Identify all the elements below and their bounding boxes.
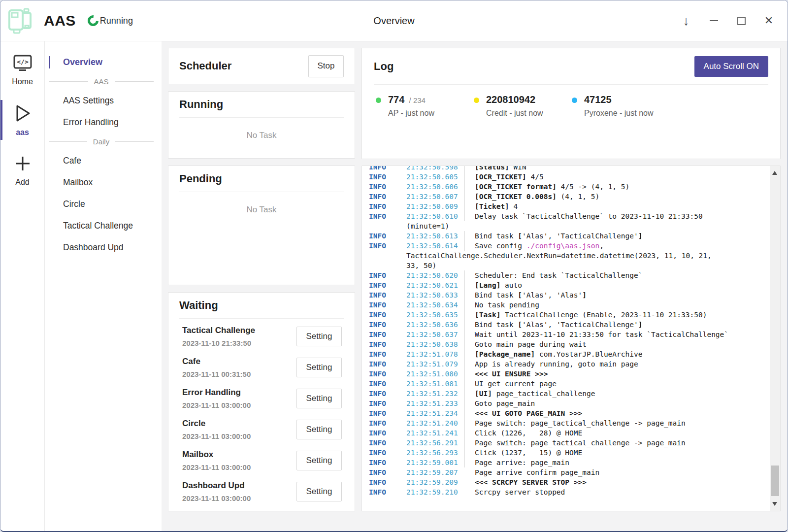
running-status-label: Running <box>100 16 133 26</box>
scheduler-title: Scheduler <box>179 60 231 72</box>
waiting-task-name: Cafe <box>182 357 251 366</box>
log-message: <<< SCRCPY SERVER STOP >>> <box>464 477 765 487</box>
log-level: INFO <box>369 280 406 290</box>
log-message: Page switch: page_tactical_challenge -> … <box>464 418 765 428</box>
stat-value: 220810942 <box>486 94 535 105</box>
scroll-down-icon[interactable] <box>772 502 777 506</box>
rail-item-label: aas <box>16 128 29 137</box>
log-line: INFO21:32:51.232[UI] page_tactical_chall… <box>369 389 765 399</box>
stat-credit: 220810942Credit - just now <box>474 94 572 118</box>
nav-item-circle[interactable]: Circle <box>45 194 162 214</box>
waiting-task-info: Mailbox2023-11-11 03:00:00 <box>182 450 251 471</box>
rail-item-add[interactable]: Add <box>0 151 44 190</box>
nav-section-divider-daily: Daily <box>49 137 154 146</box>
setting-button-error-handling[interactable]: Setting <box>296 389 342 408</box>
waiting-title: Waiting <box>179 299 344 312</box>
log-message: Delay task `TacticalChallenge` to 2023-1… <box>464 211 765 221</box>
nav-section-label: Daily <box>87 137 115 146</box>
rail-item-label: Add <box>15 178 29 187</box>
nav-item-mailbox[interactable]: Mailbox <box>45 172 162 193</box>
resource-stats: 774 / 234AP - just now220810942Credit - … <box>374 85 768 118</box>
nav-item-tactical-challenge[interactable]: Tactical Challenge <box>45 216 162 236</box>
log-level: INFO <box>369 330 406 339</box>
setting-button-mailbox[interactable]: Setting <box>296 451 342 470</box>
nav-item-dashboard-upd[interactable]: Dashboard Upd <box>45 237 162 258</box>
rail-item-home[interactable]: </>Home <box>0 51 44 89</box>
log-message: TacticalChallenge.Scheduler.NextRun=date… <box>406 251 765 261</box>
log-level: INFO <box>369 467 406 477</box>
log-line: INFO21:32:51.078[Package_name] com.Yosta… <box>369 349 765 359</box>
waiting-card: Waiting Tactical Challenge2023-11-10 21:… <box>168 292 355 511</box>
log-message: [UI] page_tactical_challenge <box>464 389 765 399</box>
log-level: INFO <box>369 359 406 369</box>
download-arrow-button[interactable]: ↓ <box>672 10 700 32</box>
setting-button-cafe[interactable]: Setting <box>296 358 342 377</box>
rail-item-aas[interactable]: aas <box>0 100 44 140</box>
log-timestamp: 21:32:51.079 <box>406 359 464 369</box>
divider-line <box>115 81 154 82</box>
nav-item-cafe[interactable]: Cafe <box>45 151 162 171</box>
maximize-button[interactable] <box>727 10 755 32</box>
minimize-button[interactable] <box>700 10 727 32</box>
stop-button[interactable]: Stop <box>308 55 344 77</box>
icon-rail: </>HomeaasAdd <box>0 41 45 531</box>
log-level: INFO <box>369 418 406 428</box>
divider-line <box>49 81 88 82</box>
log-level: INFO <box>369 448 406 458</box>
log-timestamp: 21:32:50.637 <box>406 330 464 339</box>
nav-item-overview[interactable]: Overview <box>45 52 162 72</box>
nav-item-error-handling[interactable]: Error Handling <box>45 112 162 133</box>
waiting-task-name: Dashboard Upd <box>182 481 251 491</box>
setting-button-circle[interactable]: Setting <box>296 420 342 439</box>
log-timestamp: 21:32:51.081 <box>406 379 464 389</box>
log-message: <<< UI ENSURE >>> <box>464 369 765 379</box>
log-line: INFO21:32:50.635[Task] TacticalChallenge… <box>369 310 765 320</box>
page-title: Overview <box>373 15 414 27</box>
scroll-up-icon[interactable] <box>772 171 777 175</box>
log-level: INFO <box>369 379 406 389</box>
log-message: [Package_name] com.YostarJP.BlueArchive <box>464 349 765 359</box>
log-timestamp: 21:32:59.207 <box>406 467 464 477</box>
stat-label: Pyroxene - just now <box>584 109 654 118</box>
log-output-panel[interactable]: INFO21:32:50.598[Status] WININFO21:32:50… <box>361 166 781 511</box>
setting-button-tactical-challenge[interactable]: Setting <box>296 327 342 346</box>
stat-text: 774 / 234AP - just now <box>388 94 434 118</box>
log-level: INFO <box>369 211 406 221</box>
log-timestamp: 21:32:51.080 <box>406 369 464 379</box>
window-controls: ↓ ✕ <box>672 10 783 32</box>
log-line: INFO21:32:59.209<<< SCRCPY SERVER STOP >… <box>369 477 765 487</box>
waiting-task-info: Circle2023-11-11 03:00:00 <box>182 419 251 440</box>
log-level: INFO <box>369 438 406 448</box>
log-line: INFO21:32:59.210Scrcpy server stopped <box>369 487 765 497</box>
stat-suffix: / 234 <box>407 96 426 104</box>
scroll-thumb[interactable] <box>771 466 779 496</box>
log-level: INFO <box>369 182 406 192</box>
log-line: INFO21:32:50.633Bind task ['Alas', 'Alas… <box>369 290 765 300</box>
log-message: Scrcpy server stopped <box>464 487 765 497</box>
scrollbar[interactable] <box>770 166 780 511</box>
log-message: [OCR_TICKET] 4/5 <box>464 172 765 182</box>
log-timestamp: 21:32:51.233 <box>406 399 464 408</box>
log-message: App is already running, goto main page <box>464 359 765 369</box>
log-message: Click (1237, 15) @ HOME <box>464 448 765 458</box>
log-title: Log <box>374 60 394 73</box>
waiting-row-mailbox: Mailbox2023-11-11 03:00:00Setting <box>179 445 344 476</box>
waiting-task-info: Cafe2023-11-11 00:31:50 <box>182 357 251 378</box>
nav-item-aas-settings[interactable]: AAS Settings <box>45 91 162 111</box>
log-line: INFO21:32:56.293Click (1237, 15) @ HOME <box>369 448 765 458</box>
log-level: INFO <box>369 310 406 320</box>
log-line: 33, 50) <box>369 261 765 270</box>
setting-button-dashboard-upd[interactable]: Setting <box>296 482 342 501</box>
stat-label: Credit - just now <box>486 109 543 118</box>
waiting-task-name: Tactical Challenge <box>182 326 255 335</box>
close-button[interactable]: ✕ <box>755 10 783 32</box>
log-timestamp: 21:32:59.210 <box>406 487 464 497</box>
stat-value-row: 47125 <box>584 94 654 105</box>
log-level: INFO <box>369 399 406 408</box>
code-monitor-icon: </> <box>12 54 33 75</box>
log-message: [Lang] auto <box>464 280 765 290</box>
auto-scroll-button[interactable]: Auto Scroll ON <box>694 56 768 77</box>
pending-empty-text: No Task <box>179 205 344 215</box>
log-level: INFO <box>369 477 406 487</box>
running-spinner-icon <box>85 13 100 29</box>
